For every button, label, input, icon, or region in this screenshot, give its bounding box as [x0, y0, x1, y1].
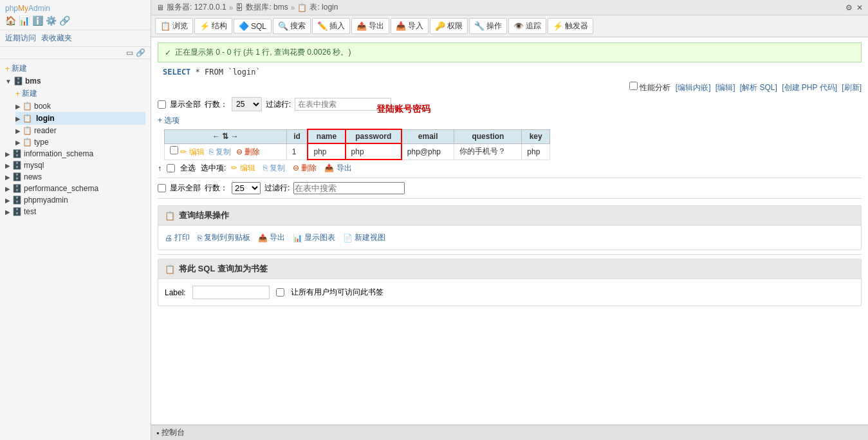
copy-clipboard-link[interactable]: ⎘ 复制到剪贴板 [198, 232, 250, 243]
sort-arrow-col: ← ⇅ → [165, 129, 287, 143]
import-button[interactable]: 📥 导入 [391, 18, 429, 34]
operations-label: 操作 [486, 21, 502, 32]
cell-password: php [346, 143, 402, 160]
print-icon: 🖨 [165, 234, 172, 243]
database-icon[interactable]: 📊 [19, 15, 30, 26]
db-pma-label: phpmyadmin [24, 196, 68, 205]
sql-rest: * FROM `login` [190, 68, 260, 77]
close-icon[interactable]: ✕ [856, 3, 863, 12]
new-icon: + [5, 64, 10, 73]
structure-button[interactable]: ⚡ 结构 [194, 18, 232, 34]
chain-icon[interactable]: 🔗 [136, 48, 145, 57]
recent-visits-link[interactable]: 近期访问 [5, 33, 36, 44]
db-information-schema[interactable]: ▶ 🗄️ information_schema [5, 148, 145, 160]
col-name[interactable]: name [308, 129, 345, 143]
bottom-show-all-checkbox[interactable] [158, 184, 166, 192]
cell-key: php [522, 143, 550, 160]
delete-row-link[interactable]: ⊖ 删除 [236, 147, 260, 156]
bookmark-title: 将此 SQL 查询加为书签 [179, 263, 268, 275]
bottom-rows-select[interactable]: 25 50 100 [232, 182, 261, 194]
insert-button[interactable]: ✏️ 插入 [312, 18, 350, 34]
bulk-delete-link[interactable]: ⊖ 删除 [293, 163, 317, 174]
row-checkbox[interactable] [170, 146, 178, 154]
search-button[interactable]: 🔍 搜索 [273, 18, 311, 34]
sql-icon: 🔷 [239, 21, 249, 31]
new-database-item[interactable]: + 新建 [5, 62, 145, 75]
select-all-checkbox[interactable] [167, 164, 175, 172]
parse-sql-link[interactable]: [解析 SQL] [740, 83, 777, 92]
db-performance-schema[interactable]: ▶ 🗄️ performance_schema [5, 183, 145, 194]
sql-button[interactable]: 🔷 SQL [234, 19, 272, 33]
expand-pma-icon: ▶ [5, 197, 10, 204]
triggers-button[interactable]: ⚡ 触发器 [548, 18, 593, 34]
table-favorites-link[interactable]: 表收藏夹 [41, 33, 72, 44]
plus-options: + 选项 [158, 115, 862, 126]
home-icon[interactable]: 🏠 [5, 15, 16, 26]
print-link[interactable]: 🖨 打印 [165, 232, 190, 243]
table-section: 登陆账号密码 + 选项 ← ⇅ → id [158, 115, 862, 160]
table-login[interactable]: ▶ 📋 login [15, 112, 145, 125]
col-question[interactable]: question [454, 129, 522, 143]
col-email[interactable]: email [402, 129, 454, 143]
plus-options-link[interactable]: + 选项 [158, 116, 180, 125]
info-icon[interactable]: ℹ️ [32, 15, 43, 26]
col-key[interactable]: key [522, 129, 550, 143]
bottom-rows-label: 行数： [205, 183, 228, 194]
privileges-button[interactable]: 🔑 权限 [430, 18, 468, 34]
sidebar-header: phpMyAdmin 🏠 📊 ℹ️ ⚙️ 🔗 [0, 0, 151, 30]
gear-icon[interactable]: ⚙ [845, 3, 853, 12]
settings-icon[interactable]: ⚙️ [46, 15, 57, 26]
export-results-link[interactable]: 📤 导出 [258, 232, 285, 243]
link-icon[interactable]: 🔗 [59, 15, 70, 26]
bottom-options-bar: 显示全部 行数： 25 50 100 过滤行: [158, 182, 862, 194]
track-button[interactable]: 👁️ 追踪 [508, 18, 546, 34]
query-results-header: 📋 查询结果操作 [158, 206, 861, 226]
rows-select[interactable]: 25 50 100 [232, 97, 262, 111]
bookmark-label-input[interactable] [192, 286, 270, 299]
refresh-link[interactable]: [刷新] [842, 83, 862, 92]
server-icon: 🖥 [156, 3, 164, 12]
bms-new-item[interactable]: + 新建 [15, 87, 145, 100]
bulk-edit-link[interactable]: ✏ 编辑 [231, 163, 255, 174]
status-icon: ✓ [165, 48, 171, 57]
collapse-icon[interactable]: ▭ [126, 48, 133, 57]
db-mysql[interactable]: ▶ 🗄️ mysql [5, 160, 145, 171]
annotation-label: 登陆账号密码 [376, 104, 430, 115]
sort-both-icon[interactable]: ⇅ [222, 132, 228, 141]
table-type[interactable]: ▶ 📋 type [15, 136, 145, 148]
bookmark-icon: 📋 [165, 264, 175, 274]
create-php-link[interactable]: [创建 PHP 代码] [782, 83, 837, 92]
left-arrow[interactable]: ← [212, 132, 220, 141]
db-news-label: news [24, 172, 42, 181]
col-password[interactable]: password [346, 129, 402, 143]
bottom-filter-input[interactable] [293, 182, 405, 194]
table-reader[interactable]: ▶ 📋 reader [15, 125, 145, 136]
show-all-checkbox[interactable] [158, 100, 166, 109]
db-is-label: information_schema [24, 149, 93, 158]
db-phpmyadmin[interactable]: ▶ 🗄️ phpmyadmin [5, 194, 145, 206]
db-news-icon: 🗄️ [12, 172, 22, 181]
right-arrow[interactable]: → [231, 132, 239, 141]
browse-button[interactable]: 📋 浏览 [155, 18, 193, 34]
export-button[interactable]: 📤 导出 [351, 18, 389, 34]
edit-inline-link[interactable]: [编辑内嵌] [676, 83, 711, 92]
edit-row-link[interactable]: ✏ 编辑 [180, 147, 204, 156]
edit-link[interactable]: [编辑] [716, 83, 735, 92]
sql-display: SELECT * FROM `login` [158, 65, 862, 79]
structure-label: 结构 [212, 21, 227, 32]
control-bar-label: 控制台 [162, 427, 185, 438]
col-id[interactable]: id [286, 129, 308, 143]
bookmark-share-checkbox[interactable] [276, 288, 284, 297]
bulk-export-link[interactable]: 📤 导出 [324, 163, 351, 174]
copy-row-link[interactable]: ⎘ 复制 [209, 147, 231, 156]
breadcrumb: 🖥 服务器: 127.0.0.1 » 🗄 数据库: bms » 📋 表: log… [156, 2, 338, 13]
table-book[interactable]: ▶ 📋 book [15, 100, 145, 112]
db-test[interactable]: ▶ 🗄️ test [5, 206, 145, 217]
db-bms[interactable]: ▼ 🗄️ bms [5, 75, 145, 87]
db-news[interactable]: ▶ 🗄️ news [5, 171, 145, 183]
show-chart-link[interactable]: 📊 显示图表 [293, 232, 335, 243]
operations-button[interactable]: 🔧 操作 [469, 18, 507, 34]
bulk-copy-link[interactable]: ⎘ 复制 [263, 163, 285, 174]
perf-checkbox[interactable] [629, 82, 638, 90]
new-view-link[interactable]: 📄 新建视图 [343, 232, 385, 243]
